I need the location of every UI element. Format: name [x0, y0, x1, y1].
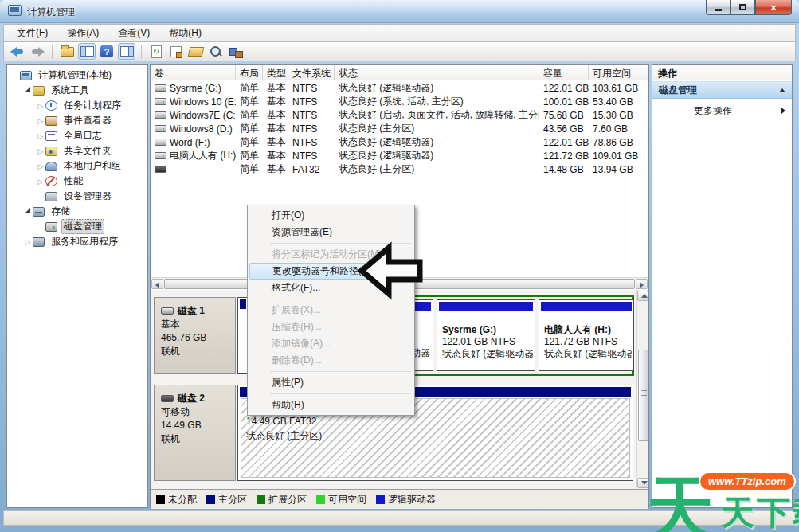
drive-icon: [155, 139, 166, 146]
up-level-button[interactable]: [58, 43, 76, 60]
context-menu-item[interactable]: 帮助(H): [248, 397, 414, 413]
volume-row[interactable]: Windows 10 (E:)简单基本NTFS状态良好 (系统, 活动, 主分区…: [151, 95, 648, 108]
expander-collapsed-icon[interactable]: ▷: [36, 162, 45, 170]
expander-collapsed-icon[interactable]: ▷: [36, 132, 45, 140]
volume-row[interactable]: Windows7E (C:)简单基本NTFS状态良好 (启动, 页面文件, 活动…: [151, 108, 648, 122]
scroll-up-button[interactable]: [637, 291, 648, 301]
tree-item-label: 设备管理器: [61, 189, 114, 204]
volume-name: 电脑人人有 (H:): [170, 149, 236, 162]
window-controls: ×: [706, 0, 792, 15]
volume-cell: 53.40 GB: [589, 96, 648, 108]
title-bar[interactable]: 计算机管理 ×: [0, 0, 799, 23]
volume-cell: 状态良好 (逻辑驱动器): [335, 135, 539, 149]
expander-collapsed-icon[interactable]: ▷: [23, 238, 33, 246]
drive-icon: [155, 98, 166, 105]
column-header-1[interactable]: 布局: [236, 65, 263, 80]
expander-collapsed-icon[interactable]: ▷: [36, 102, 45, 110]
column-header-2[interactable]: 类型: [263, 65, 288, 80]
legend-swatch: [316, 495, 325, 504]
logical-band: [439, 302, 533, 311]
show-action-pane-button[interactable]: [118, 43, 135, 60]
maximize-button[interactable]: [730, 0, 755, 15]
disk1-size: 465.76 GB: [161, 331, 235, 345]
column-header-4[interactable]: 状态: [335, 65, 539, 80]
partition-h[interactable]: 电脑人人有 (H:) 121.72 GB NTFS 状态良好 (逻辑驱动器): [539, 299, 634, 371]
context-menu-item[interactable]: 添加镜像(A)...: [248, 335, 414, 352]
volume-cell: 状态良好 (逻辑驱动器): [335, 81, 539, 95]
minimize-button[interactable]: [706, 0, 730, 15]
disk1-label[interactable]: 磁盘 1 基本 465.76 GB 联机: [154, 297, 236, 374]
context-menu-item[interactable]: 属性(P): [248, 374, 414, 391]
expander-collapsed-icon[interactable]: ▷: [36, 147, 45, 155]
disk2-label[interactable]: 磁盘 2 可移动 14.49 GB 联机: [154, 385, 236, 481]
actions-group-disk-management[interactable]: 磁盘管理: [652, 81, 792, 99]
event-icon: [45, 116, 57, 126]
open-button[interactable]: [187, 43, 205, 60]
context-menu-item[interactable]: 打开(O): [248, 207, 414, 224]
scroll-right-button[interactable]: [636, 279, 648, 289]
sidebar-item-disk[interactable]: 磁盘管理: [7, 219, 147, 234]
sidebar-item-storage[interactable]: 存储: [7, 204, 147, 219]
column-header-5[interactable]: 容量: [539, 65, 589, 80]
console-tree: 计算机管理(本地)系统工具▷任务计划程序▷事件查看器▷全局日志▷共享文件夹▷本地…: [6, 64, 148, 508]
partition-size: 122.01 GB NTFS: [442, 336, 533, 348]
sidebar-item-device[interactable]: 设备管理器: [7, 189, 147, 204]
partition-sysrme[interactable]: Sysrme (G:) 122.01 GB NTFS 状态良好 (逻辑驱动器): [437, 299, 535, 371]
help-button[interactable]: ?: [98, 43, 116, 60]
context-menu-item[interactable]: 资源管理器(E): [248, 224, 414, 241]
search-button[interactable]: [207, 43, 225, 60]
vertical-scroll-thumb[interactable]: [638, 350, 648, 441]
action-pane-icon: [120, 46, 134, 57]
sidebar-item-perf[interactable]: ▷性能: [7, 174, 147, 189]
sidebar-item-computer[interactable]: 计算机管理(本地): [7, 68, 147, 83]
show-console-tree-button[interactable]: [78, 43, 96, 60]
context-menu-item[interactable]: 删除卷(D)...: [248, 352, 414, 369]
actions-group-label: 磁盘管理: [659, 84, 697, 97]
refresh-button[interactable]: ↻: [147, 43, 165, 60]
sidebar-item-tools[interactable]: 系统工具: [7, 83, 147, 98]
scroll-left-button[interactable]: [151, 279, 163, 289]
sidebar-item-scheduler[interactable]: ▷任务计划程序: [7, 98, 147, 113]
column-header-6[interactable]: 可用空间: [589, 65, 648, 80]
expander-expanded-icon[interactable]: [25, 87, 30, 92]
column-header-0[interactable]: 卷: [151, 65, 236, 80]
close-button[interactable]: ×: [755, 0, 792, 15]
expander-collapsed-icon[interactable]: ▷: [36, 178, 45, 186]
vertical-scrollbar[interactable]: [636, 290, 648, 489]
volume-row[interactable]: Word (F:)简单基本NTFS状态良好 (逻辑驱动器)122.01 GB78…: [151, 135, 648, 149]
properties-icon: [170, 46, 182, 57]
settings-button[interactable]: [227, 43, 245, 60]
column-header-3[interactable]: 文件系统: [288, 65, 335, 80]
volume-row[interactable]: Windows8 (D:)简单基本NTFS状态良好 (主分区)43.56 GB7…: [151, 122, 648, 135]
more-actions-item[interactable]: 更多操作: [652, 99, 792, 123]
sidebar-item-shared[interactable]: ▷共享文件夹: [7, 143, 147, 158]
volume-row[interactable]: 电脑人人有 (H:)简单基本NTFS状态良好 (逻辑驱动器)121.72 GB1…: [151, 149, 648, 162]
sidebar-item-services[interactable]: ▷服务和应用程序: [7, 234, 147, 249]
context-menu-item[interactable]: 压缩卷(H)...: [248, 319, 414, 335]
menubar-item-2[interactable]: 查看(V): [108, 24, 159, 42]
sidebar-item-users[interactable]: ▷本地用户和组: [7, 158, 147, 174]
sidebar-item-log[interactable]: ▷全局日志: [7, 128, 147, 143]
volume-row[interactable]: 简单基本FAT32状态良好 (主分区)14.48 GB13.94 GB: [151, 162, 648, 176]
back-button[interactable]: [9, 43, 26, 60]
menubar-item-3[interactable]: 帮助(H): [159, 24, 211, 42]
minimize-icon: [715, 9, 722, 11]
expander-collapsed-icon[interactable]: ▷: [36, 117, 45, 125]
volume-cell: 基本: [263, 81, 288, 95]
context-menu: 打开(O)资源管理器(E)将分区标记为活动分区(M)更改驱动器号和路径(C)..…: [247, 205, 415, 416]
context-menu-item[interactable]: 扩展卷(X)...: [248, 302, 414, 319]
expander-expanded-icon[interactable]: [25, 208, 30, 213]
menubar-item-1[interactable]: 操作(A): [57, 24, 108, 42]
properties-button[interactable]: [167, 43, 185, 60]
volume-cell: 78.86 GB: [589, 137, 648, 148]
forward-button[interactable]: [29, 43, 46, 60]
sidebar-item-event[interactable]: ▷事件查看器: [7, 113, 147, 128]
volume-cell: 15.30 GB: [589, 110, 648, 121]
volume-cell: NTFS: [288, 151, 335, 162]
volume-cell: NTFS: [288, 110, 335, 121]
menubar-item-0[interactable]: 文件(F): [7, 24, 57, 42]
volume-cell: 100.01 GB: [539, 96, 589, 108]
volume-row[interactable]: Sysrme (G:)简单基本NTFS状态良好 (逻辑驱动器)122.01 GB…: [151, 81, 648, 95]
disk2-type: 可移动: [161, 405, 235, 419]
legend-label: 未分配: [168, 493, 197, 507]
